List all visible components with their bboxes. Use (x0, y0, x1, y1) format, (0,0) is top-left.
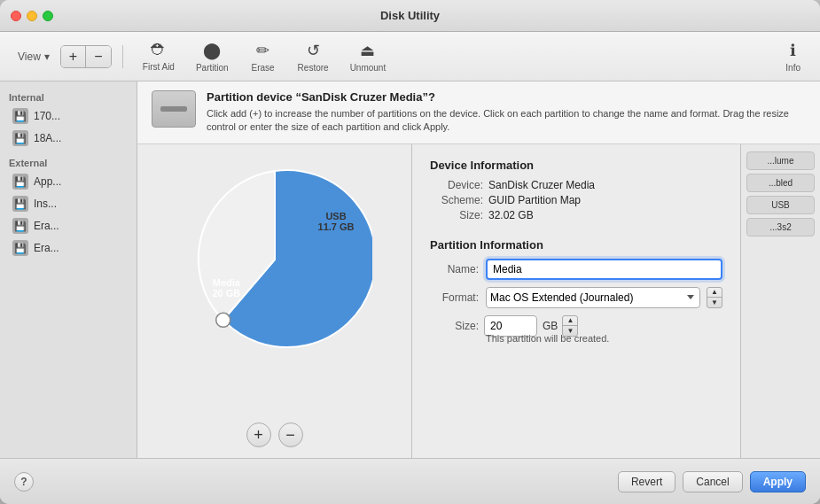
right-panel: ...lume ...bled USB ...3s2 (740, 144, 820, 458)
size-field-label: Size: (430, 320, 479, 332)
format-select[interactable]: Mac OS Extended (Journaled) Mac OS Exten… (486, 287, 700, 308)
size-stepper-up[interactable]: ▲ (563, 316, 577, 327)
first-aid-label: First Aid (143, 62, 175, 72)
details-area: Device Information Device: SanDisk Cruze… (412, 144, 740, 458)
partition-note: This partition will be created. (486, 333, 722, 344)
right-panel-item-2: ...bled (746, 174, 815, 192)
traffic-lights (11, 11, 53, 21)
format-row: Format: Mac OS Extended (Journaled) Mac … (430, 287, 722, 308)
view-button[interactable]: View ▾ (11, 47, 57, 66)
info-description: Click add (+) to increase the number of … (207, 107, 806, 135)
partition-info-title: Partition Information (430, 238, 722, 252)
info-text: Partition device “SanDisk Cruzer Media”?… (207, 90, 806, 135)
drive-icon: 💾 (12, 108, 28, 124)
info-button[interactable]: ℹ Info (777, 37, 809, 76)
help-button[interactable]: ? (14, 472, 34, 492)
remove-volume-button[interactable]: − (86, 46, 111, 67)
partition-info-section: Partition Information Name: Format: Mac … (430, 238, 722, 344)
close-button[interactable] (11, 11, 21, 21)
minimize-button[interactable] (27, 11, 37, 21)
scheme-row: Scheme: GUID Partition Map (430, 194, 722, 206)
diagram-controls: + − (246, 423, 303, 447)
right-panel-item-4: ...3s2 (746, 218, 815, 236)
right-panel-item-1: ...lume (746, 151, 815, 170)
panel-area: Partition device “SanDisk Cruzer Media”?… (137, 81, 820, 458)
info-icon: ℹ (790, 41, 796, 60)
erase-icon: ✏ (256, 41, 269, 60)
format-select-wrapper: Mac OS Extended (Journaled) Mac OS Exten… (486, 287, 700, 308)
partition-label: Partition (196, 63, 229, 73)
media-size: 20 GB (213, 288, 241, 299)
resize-handle[interactable] (215, 313, 230, 327)
sidebar-item-internal-2[interactable]: 💾 18A... (4, 128, 133, 149)
size-unit-label: GB (543, 320, 558, 332)
sidebar-item-label: 170... (34, 110, 60, 122)
format-stepper-up[interactable]: ▲ (707, 288, 722, 299)
format-stepper: ▲ ▼ (707, 287, 722, 308)
format-field-label: Format: (430, 291, 479, 304)
unmount-icon: ⏏ (360, 41, 375, 60)
sidebar-item-external-1[interactable]: 💾 App... (4, 171, 133, 192)
name-input[interactable] (486, 259, 722, 280)
size-row: Size: 32.02 GB (430, 209, 722, 221)
sidebar-item-label: Era... (34, 220, 59, 232)
restore-button[interactable]: ↺ Restore (289, 37, 338, 76)
toolbar: View ▾ + − ⛑ First Aid ⬤ Partition ✏ Era… (0, 32, 820, 81)
add-partition-button[interactable]: + (246, 423, 271, 447)
revert-button[interactable]: Revert (618, 471, 676, 492)
size-value: 32.02 GB (488, 209, 534, 221)
internal-section-label: Internal (0, 89, 137, 105)
add-volume-button[interactable]: + (61, 46, 86, 67)
bottom-bar: ? Revert Cancel Apply (0, 458, 820, 504)
pie-svg (177, 162, 372, 357)
usb-pie-label: USB 11.7 GB (318, 211, 355, 232)
volume-controls: + − (60, 45, 112, 68)
drive-icon: 💾 (12, 174, 28, 190)
info-label: Info (785, 63, 800, 73)
restore-label: Restore (298, 63, 329, 73)
info-title: Partition device “SanDisk Cruzer Media”? (207, 90, 806, 104)
first-aid-icon: ⛑ (151, 41, 167, 59)
toolbar-view-group: View ▾ + − (11, 45, 123, 68)
sidebar-item-external-4[interactable]: 💾 Era... (4, 237, 133, 259)
external-section-label: External (0, 154, 137, 170)
restore-icon: ↺ (307, 41, 320, 60)
sidebar-item-label: App... (34, 175, 61, 188)
erase-button[interactable]: ✏ Erase (241, 37, 285, 76)
device-info-title: Device Information (430, 159, 722, 172)
erase-label: Erase (252, 63, 275, 73)
device-value: SanDisk Cruzer Media (488, 179, 595, 191)
scheme-value: GUID Partition Map (488, 194, 581, 206)
split-area: Media 20 GB USB 11.7 GB + − (137, 144, 820, 458)
device-label: Device: (430, 179, 483, 191)
maximize-button[interactable] (43, 11, 53, 21)
remove-partition-button[interactable]: − (278, 423, 303, 447)
cancel-button[interactable]: Cancel (683, 471, 742, 492)
apply-button[interactable]: Apply (750, 471, 806, 492)
media-label: Media (213, 277, 241, 288)
unmount-label: Unmount (350, 63, 387, 73)
drive-icon: 💾 (12, 218, 28, 234)
sidebar-item-external-3[interactable]: 💾 Era... (4, 215, 133, 236)
view-label: View (18, 50, 41, 63)
unmount-button[interactable]: ⏏ Unmount (341, 37, 395, 76)
disk-utility-window: Disk Utility View ▾ + − ⛑ First Aid ⬤ Pa… (0, 0, 820, 504)
info-banner: Partition device “SanDisk Cruzer Media”?… (137, 81, 820, 144)
sidebar-item-internal-1[interactable]: 💾 170... (4, 105, 133, 127)
drive-icon: 💾 (12, 240, 28, 256)
sidebar-item-label: 18A... (34, 132, 61, 144)
sidebar-item-external-2[interactable]: 💾 Ins... (4, 193, 133, 214)
chevron-down-icon: ▾ (44, 50, 50, 63)
first-aid-button[interactable]: ⛑ First Aid (134, 37, 184, 75)
main-content: Internal 💾 170... 💾 18A... External 💾 Ap… (0, 81, 820, 458)
sidebar-item-label: Ins... (34, 198, 57, 210)
sidebar: Internal 💾 170... 💾 18A... External 💾 Ap… (0, 81, 137, 458)
sidebar-item-label: Era... (34, 242, 59, 254)
title-bar: Disk Utility (0, 0, 820, 32)
partition-button[interactable]: ⬤ Partition (187, 37, 238, 76)
diagram-area: Media 20 GB USB 11.7 GB + − (137, 144, 412, 458)
device-row: Device: SanDisk Cruzer Media (430, 179, 722, 191)
partition-icon: ⬤ (203, 41, 221, 60)
drive-icon: 💾 (12, 130, 28, 146)
format-stepper-down[interactable]: ▼ (707, 298, 722, 307)
